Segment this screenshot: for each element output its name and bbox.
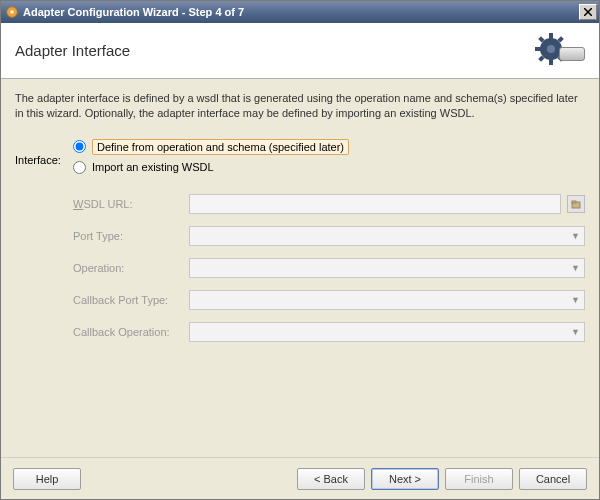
- header-graphic: [525, 29, 585, 73]
- wsdl-url-label: WSDL URL:: [73, 198, 189, 210]
- description-text: The adapter interface is defined by a ws…: [15, 91, 585, 121]
- radio-define[interactable]: [73, 140, 86, 153]
- chevron-down-icon: ▼: [571, 263, 580, 273]
- interface-form: Interface: Define from operation and sch…: [15, 139, 585, 354]
- chevron-down-icon: ▼: [571, 327, 580, 337]
- help-button[interactable]: Help: [13, 468, 81, 490]
- svg-rect-15: [572, 201, 576, 203]
- radio-define-label: Define from operation and schema (specif…: [92, 139, 349, 155]
- close-icon: [584, 8, 592, 16]
- content-area: The adapter interface is defined by a ws…: [1, 79, 599, 457]
- finish-button: Finish: [445, 468, 513, 490]
- callback-operation-select[interactable]: ▼: [189, 322, 585, 342]
- operation-select[interactable]: ▼: [189, 258, 585, 278]
- port-type-select[interactable]: ▼: [189, 226, 585, 246]
- interface-label: Interface:: [15, 152, 73, 166]
- plug-icon: [559, 47, 585, 61]
- app-icon: [5, 5, 19, 19]
- svg-point-5: [547, 45, 555, 53]
- radio-import[interactable]: [73, 161, 86, 174]
- page-title: Adapter Interface: [15, 42, 525, 59]
- svg-rect-7: [549, 59, 553, 65]
- radio-import-label: Import an existing WSDL: [92, 161, 214, 173]
- radio-import-row[interactable]: Import an existing WSDL: [73, 161, 585, 174]
- wizard-window: Adapter Configuration Wizard - Step 4 of…: [0, 0, 600, 500]
- svg-point-1: [10, 10, 14, 14]
- port-type-label: Port Type:: [73, 230, 189, 242]
- svg-rect-8: [535, 47, 541, 51]
- window-title: Adapter Configuration Wizard - Step 4 of…: [23, 6, 579, 18]
- close-button[interactable]: [579, 4, 597, 20]
- radio-define-row[interactable]: Define from operation and schema (specif…: [73, 139, 585, 155]
- browse-wsdl-button[interactable]: [567, 195, 585, 213]
- callback-port-label: Callback Port Type:: [73, 294, 189, 306]
- back-button[interactable]: < Back: [297, 468, 365, 490]
- browse-icon: [571, 199, 581, 209]
- wsdl-url-input[interactable]: [189, 194, 561, 214]
- titlebar: Adapter Configuration Wizard - Step 4 of…: [1, 1, 599, 23]
- chevron-down-icon: ▼: [571, 231, 580, 241]
- callback-operation-label: Callback Operation:: [73, 326, 189, 338]
- svg-rect-6: [549, 33, 553, 39]
- operation-label: Operation:: [73, 262, 189, 274]
- wizard-header: Adapter Interface: [1, 23, 599, 79]
- button-bar: Help < Back Next > Finish Cancel: [1, 457, 599, 499]
- chevron-down-icon: ▼: [571, 295, 580, 305]
- cancel-button[interactable]: Cancel: [519, 468, 587, 490]
- next-button[interactable]: Next >: [371, 468, 439, 490]
- callback-port-select[interactable]: ▼: [189, 290, 585, 310]
